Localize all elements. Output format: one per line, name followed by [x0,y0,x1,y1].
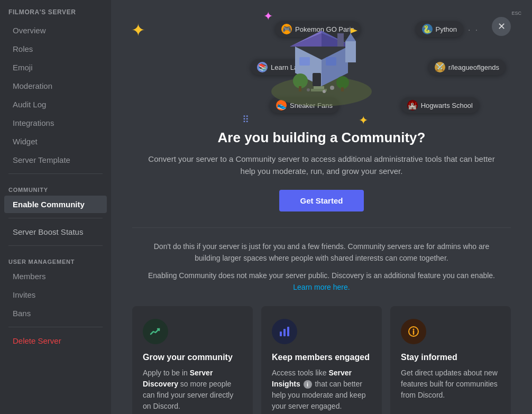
sidebar-item-label: Integrations [13,118,54,127]
svg-rect-9 [326,57,336,66]
four-dots-icon: ⠿ [242,114,249,125]
insights-icon [278,325,291,338]
feature-card-engage-desc: Access tools like Server Insights i that… [272,367,371,412]
tag-python: 🐍 Python [416,21,463,37]
tag-python-icon: 🐍 [422,24,433,34]
feature-card-grow: Grow your community Apply to be in Serve… [132,306,253,414]
sidebar-divider-4 [8,327,103,327]
sidebar-item-audit-log[interactable]: Audit Log [4,96,107,113]
star-yellow-icon: ✦ [131,20,145,40]
svg-rect-25 [283,329,286,336]
svg-point-17 [293,73,308,88]
sidebar-item-members[interactable]: Members [4,268,107,285]
warning-text-1: Don't do this if your server is just for… [147,241,496,264]
sidebar-item-overview[interactable]: Overview [4,22,107,39]
sidebar-item-delete-server[interactable]: Delete Server [4,332,107,349]
feature-card-engage: Keep members engaged Access tools like S… [261,306,382,414]
sidebar-item-bans[interactable]: Bans [4,305,107,322]
sidebar-item-invites[interactable]: Invites [4,286,107,303]
feature-card-informed-desc: Get direct updates about new features bu… [401,367,500,401]
sidebar-item-label: Members [13,272,46,281]
get-started-button[interactable]: Get Started [279,190,364,211]
tag-hogwarts-icon: 🏰 [407,100,418,111]
tag-hogwarts: 🏰 Hogwarts School [401,97,479,113]
community-content: Are you building a Community? Convert yo… [111,130,532,414]
warning-text-2: Enabling Community does not make your se… [147,270,496,293]
sidebar-item-label: Enable Community [13,200,85,209]
sidebar-item-emoji[interactable]: Emoji [4,59,107,76]
sidebar-item-server-template[interactable]: Server Template [4,151,107,169]
svg-marker-14 [345,33,356,41]
sidebar-item-roles[interactable]: Roles [4,40,107,58]
feature-card-informed-title: Stay informed [401,353,500,362]
svg-point-21 [330,86,334,90]
grow-chart-icon [149,325,162,338]
user-management-label: USER MANAGEMENT [0,250,111,267]
informed-icon-wrap [401,319,426,344]
sidebar-item-label: Overview [13,26,46,35]
sidebar-boost-label: Server Boost Status [13,227,83,236]
delete-server-label: Delete Server [13,336,61,345]
close-button[interactable]: ✕ [492,17,511,36]
feature-card-engage-title: Keep members engaged [272,353,371,362]
dots-icon: · · · [461,25,479,34]
warning-text-2-before: Enabling Community does not make your se… [148,271,495,280]
close-icon: ✕ [498,22,506,31]
tag-python-label: Python [436,25,457,33]
tag-league: ⚔️ r/leagueoflgends [428,59,506,75]
hero-area: ✦ ✦ · · · ⠿ ✦ 🎮 Pokemon GO Paris 🐍 Pytho… [111,0,532,130]
content-divider [132,227,511,228]
sidebar-item-label: Roles [13,44,33,53]
tag-league-icon: ⚔️ [435,62,445,72]
engage-icon-wrap [272,319,297,344]
svg-point-22 [307,88,310,91]
svg-point-23 [323,90,326,93]
svg-rect-20 [341,87,344,91]
sidebar-item-label: Moderation [13,81,52,90]
svg-point-29 [413,328,415,330]
sidebar-item-label: Audit Log [13,100,46,109]
svg-rect-15 [314,86,324,89]
svg-rect-18 [299,86,301,91]
svg-rect-7 [313,73,321,86]
tag-league-label: r/leagueoflgends [448,63,499,71]
sidebar-item-label: Widget [13,137,38,146]
sidebar-item-integrations[interactable]: Integrations [4,114,107,132]
sidebar-item-boost[interactable]: Server Boost Status [4,223,107,241]
info-tooltip-icon[interactable]: i [304,380,312,389]
feature-cards: Grow your community Apply to be in Serve… [132,306,511,414]
sidebar-item-label: Invites [13,290,35,299]
community-description: Convert your server to a Community serve… [147,153,496,177]
svg-rect-24 [280,332,282,336]
svg-rect-8 [299,57,310,66]
learn-more-link[interactable]: Learn more here. [293,283,350,291]
svg-marker-12 [351,28,357,33]
sidebar-divider [8,173,103,174]
esc-label: ESC [511,11,521,16]
sidebar-item-enable-community[interactable]: Enable Community [4,196,107,213]
info-circle-icon [407,325,420,338]
sidebar-item-widget[interactable]: Widget [4,133,107,150]
feature-card-grow-title: Grow your community [143,353,242,362]
feature-card-grow-desc: Apply to be in Server Discovery so more … [143,367,242,412]
sidebar-item-moderation[interactable]: Moderation [4,77,107,95]
hero-illustration [263,4,380,112]
sidebar-item-label: Emoji [13,63,33,72]
svg-point-19 [336,76,349,89]
svg-rect-13 [345,41,356,62]
feature-card-informed: Stay informed Get direct updates about n… [390,306,511,414]
svg-rect-26 [287,327,289,336]
sidebar-divider-2 [8,218,103,218]
grow-icon-wrap [143,319,168,344]
sidebar-item-label: Server Template [13,155,70,164]
tag-hogwarts-label: Hogwarts School [421,102,473,109]
main-content: ✕ ESC ✦ ✦ · · · ⠿ ✦ 🎮 Pokemon GO Paris 🐍… [111,0,532,414]
server-name: FILMORA'S SERVER [0,8,111,21]
community-section-label: COMMUNITY [0,178,111,195]
star-yellow-icon-2: ✦ [359,114,368,127]
svg-rect-10 [337,33,344,47]
community-title: Are you building a Community? [132,130,511,146]
sidebar: FILMORA'S SERVER Overview Roles Emoji Mo… [0,0,111,414]
sidebar-item-label: Bans [13,309,31,318]
sidebar-divider-3 [8,245,103,246]
